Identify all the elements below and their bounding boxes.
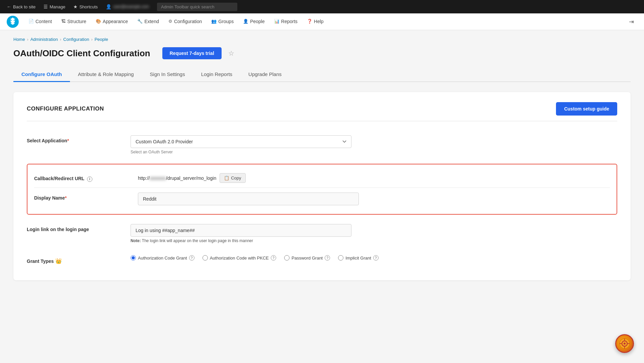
- copy-url-button[interactable]: 📋 Copy: [220, 173, 245, 183]
- support-widget[interactable]: [615, 334, 634, 353]
- callback-url-info-icon[interactable]: i: [87, 176, 92, 182]
- menu-structure[interactable]: 🏗 Structure: [57, 13, 91, 30]
- user-menu-button[interactable]: 👤 user@example.com: [102, 2, 152, 11]
- breadcrumb-home[interactable]: Home: [13, 37, 25, 42]
- groups-icon: 👥: [211, 19, 217, 24]
- grant-password-help-icon[interactable]: ?: [325, 255, 330, 261]
- menu-icon: ☰: [44, 4, 48, 9]
- trial-button[interactable]: Request 7-days trial: [162, 47, 222, 59]
- shortcuts-button[interactable]: ★ Shortcuts: [70, 2, 101, 11]
- display-name-field: [138, 193, 610, 205]
- configure-application-card: CONFIGURE APPLICATION Custom setup guide…: [13, 92, 631, 280]
- menu-appearance[interactable]: 🎨 Appearance: [91, 13, 133, 30]
- tab-configure-oauth[interactable]: Configure OAuth: [13, 67, 70, 82]
- grant-types-row: Grant Types 👑 Authorization Code Grant ?…: [27, 249, 617, 270]
- tab-attribute-role-mapping[interactable]: Attribute & Role Mapping: [70, 67, 142, 82]
- breadcrumb-administration[interactable]: Administration: [30, 37, 58, 42]
- select-application-field: Custom OAuth 2.0 Provider Google Faceboo…: [131, 135, 617, 154]
- bookmark-button[interactable]: ☆: [227, 48, 236, 59]
- menu-people[interactable]: 👤 People: [238, 13, 269, 30]
- people-icon: 👤: [243, 19, 248, 24]
- grant-password-radio[interactable]: [284, 255, 290, 261]
- reports-icon: 📊: [274, 19, 279, 24]
- section-divider: [34, 188, 610, 188]
- menu-configuration[interactable]: ⚙ Configuration: [164, 13, 207, 30]
- breadcrumb-configuration[interactable]: Configuration: [63, 37, 89, 42]
- display-name-label: Display Name*: [34, 193, 128, 201]
- grant-types-options: Authorization Code Grant ? Authorization…: [131, 255, 617, 261]
- grant-types-field: Authorization Code Grant ? Authorization…: [131, 255, 617, 261]
- login-link-note: Note: The login link will appear on the …: [131, 238, 617, 243]
- select-application-label: Select Application*: [27, 135, 120, 143]
- login-link-field: Note: The login link will appear on the …: [131, 224, 617, 243]
- grant-auth-help-icon[interactable]: ?: [189, 255, 194, 261]
- callback-url-text: http://xxxxxxx/drupal_server/mo_login: [138, 175, 216, 181]
- extend-icon: 🔧: [137, 19, 143, 24]
- config-card-header: CONFIGURE APPLICATION Custom setup guide: [27, 102, 617, 121]
- crown-icon: 👑: [55, 258, 62, 264]
- callback-url-display: http://xxxxxxx/drupal_server/mo_login 📋 …: [138, 173, 610, 183]
- page-title-area: OAuth/OIDC Client Configuration Request …: [13, 47, 631, 59]
- admin-search-input[interactable]: [157, 3, 237, 11]
- menu-content[interactable]: 📄 Content: [24, 13, 57, 30]
- tabs-bar: Configure OAuth Attribute & Role Mapping…: [13, 67, 631, 82]
- display-name-input[interactable]: [138, 193, 359, 205]
- grant-implicit-radio[interactable]: [338, 255, 343, 261]
- breadcrumb: Home › Administration › Configuration › …: [13, 37, 631, 42]
- grant-implicit-help-icon[interactable]: ?: [373, 255, 379, 261]
- collapse-menu-button[interactable]: ⇥: [626, 16, 637, 27]
- display-name-row: Display Name*: [34, 189, 610, 209]
- select-application-row: Select Application* Custom OAuth 2.0 Pro…: [27, 129, 617, 160]
- svg-point-3: [624, 343, 626, 345]
- structure-icon: 🏗: [61, 19, 66, 24]
- setup-guide-button[interactable]: Custom setup guide: [556, 102, 617, 116]
- content-icon: 📄: [28, 19, 34, 24]
- breadcrumb-people[interactable]: People: [94, 37, 108, 42]
- main-menu: 📄 Content 🏗 Structure 🎨 Appearance 🔧 Ext…: [0, 13, 644, 30]
- appearance-icon: 🎨: [96, 19, 101, 24]
- callback-url-row: Callback/Redirect URL i http://xxxxxxx/d…: [34, 170, 610, 186]
- grant-pkce-help-icon[interactable]: ?: [271, 255, 276, 261]
- callback-url-field: http://xxxxxxx/drupal_server/mo_login 📋 …: [138, 173, 610, 183]
- manage-menu-button[interactable]: ☰ Manage: [40, 2, 69, 11]
- config-card-title: CONFIGURE APPLICATION: [27, 105, 104, 112]
- tab-login-reports[interactable]: Login Reports: [193, 67, 240, 82]
- tab-upgrade-plans[interactable]: Upgrade Plans: [240, 67, 290, 82]
- back-icon: ←: [7, 4, 11, 9]
- menu-groups[interactable]: 👥 Groups: [207, 13, 238, 30]
- red-bordered-section: Callback/Redirect URL i http://xxxxxxx/d…: [27, 164, 617, 215]
- grant-types-label: Grant Types 👑: [27, 255, 120, 264]
- select-application-hint: Select an OAuth Server: [131, 150, 617, 154]
- configuration-icon: ⚙: [168, 19, 172, 24]
- menu-extend[interactable]: 🔧 Extend: [133, 13, 164, 30]
- menu-help[interactable]: ❓ Help: [302, 13, 328, 30]
- page-title: OAuth/OIDC Client Configuration: [13, 48, 150, 59]
- grant-option-password[interactable]: Password Grant ?: [284, 255, 330, 261]
- login-link-label: Login link on the login page: [27, 224, 120, 232]
- grant-option-pkce[interactable]: Authorization Code with PKCE ?: [203, 255, 276, 261]
- user-icon: 👤: [106, 4, 111, 9]
- grant-authorization-code-radio[interactable]: [131, 255, 136, 261]
- star-toolbar-icon: ★: [73, 4, 78, 9]
- login-link-row: Login link on the login page Note: The l…: [27, 218, 617, 249]
- admin-toolbar: ← Back to site ☰ Manage ★ Shortcuts 👤 us…: [0, 0, 644, 13]
- grant-pkce-radio[interactable]: [203, 255, 208, 261]
- page-content: Home › Administration › Configuration › …: [0, 30, 644, 363]
- select-application-dropdown[interactable]: Custom OAuth 2.0 Provider Google Faceboo…: [131, 135, 351, 148]
- copy-icon: 📋: [224, 175, 229, 180]
- callback-url-label: Callback/Redirect URL i: [34, 173, 128, 182]
- help-icon: ❓: [307, 19, 312, 24]
- main-menu-right: ⇥: [626, 16, 637, 27]
- login-link-input[interactable]: [131, 224, 351, 237]
- grant-option-authorization-code[interactable]: Authorization Code Grant ?: [131, 255, 194, 261]
- drupal-logo: [7, 16, 19, 28]
- menu-reports[interactable]: 📊 Reports: [269, 13, 302, 30]
- back-to-site-button[interactable]: ← Back to site: [3, 2, 39, 11]
- tab-sign-in-settings[interactable]: Sign In Settings: [142, 67, 193, 82]
- grant-option-implicit[interactable]: Implicit Grant ?: [338, 255, 379, 261]
